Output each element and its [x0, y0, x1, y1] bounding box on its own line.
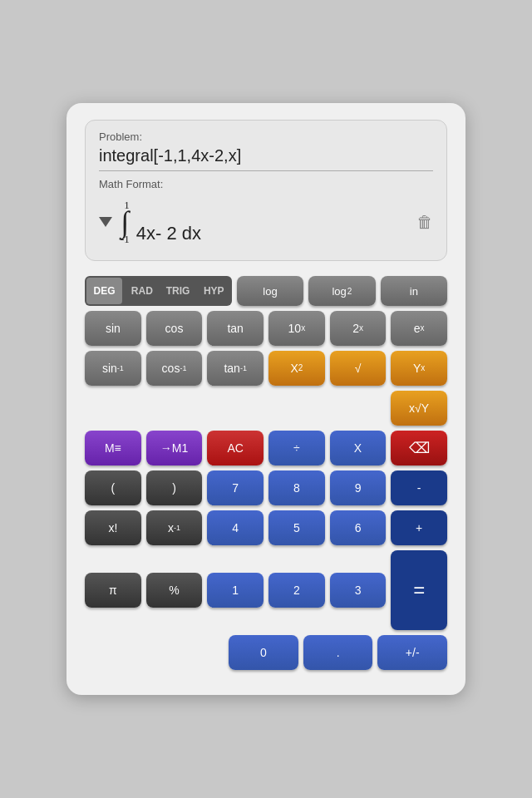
minus-button[interactable]: - — [391, 470, 447, 505]
mathformat-label: Math Format: — [99, 178, 433, 190]
six-button[interactable]: 6 — [330, 510, 387, 545]
divide-button[interactable]: ÷ — [268, 431, 325, 466]
sqrt-button[interactable]: √ — [330, 351, 387, 386]
mem-button[interactable]: M≡ — [85, 431, 141, 466]
problem-label: Problem: — [99, 131, 433, 143]
math-rendered: 1 ∫ -1 4x- 2 dx — [121, 200, 201, 244]
ac-button[interactable]: AC — [207, 431, 264, 466]
plus-button[interactable]: + — [391, 510, 447, 545]
percent-button[interactable]: % — [146, 573, 203, 608]
integral-lower: -1 — [121, 234, 130, 244]
memory-row: M≡ →M1 AC ÷ X ⌫ — [85, 431, 447, 466]
tan-inv-button[interactable]: tan-1 — [207, 351, 264, 386]
numpad-section: M≡ →M1 AC ÷ X ⌫ ( ) — [85, 431, 447, 670]
seven-button[interactable]: 7 — [207, 470, 264, 505]
mode-group: DEG RAD TRIG HYP — [85, 276, 232, 306]
equals-button[interactable]: = — [391, 550, 447, 630]
ln-button[interactable]: in — [381, 276, 447, 306]
trig-row: sin cos tan 10x 2x ex — [85, 311, 447, 346]
backspace-icon: ⌫ — [409, 439, 430, 457]
dropdown-arrow[interactable] — [99, 217, 112, 227]
log-button[interactable]: log — [237, 276, 303, 306]
problem-value: integral[-1,1,4x-2,x] — [99, 146, 433, 171]
xrooty-row: x√Y — [85, 391, 447, 426]
display-panel: Problem: integral[-1,1,4x-2,x] Math Form… — [85, 120, 447, 261]
eight-button[interactable]: 8 — [268, 470, 325, 505]
five-button[interactable]: 5 — [268, 510, 325, 545]
cos-button[interactable]: cos — [146, 311, 203, 346]
calculator: Problem: integral[-1,1,4x-2,x] Math Form… — [66, 103, 466, 695]
backspace-button[interactable]: ⌫ — [391, 431, 447, 466]
e-x-button[interactable]: ex — [391, 311, 447, 346]
three-button[interactable]: 3 — [330, 573, 387, 608]
sin-inv-button[interactable]: sin-1 — [85, 351, 141, 386]
multiply-button[interactable]: X — [330, 431, 387, 466]
yx-button[interactable]: Yx — [391, 351, 447, 386]
one-button[interactable]: 1 — [207, 573, 264, 608]
two-x-button[interactable]: 2x — [330, 311, 387, 346]
mode-rad[interactable]: RAD — [124, 276, 160, 306]
mode-trig[interactable]: TRIG — [160, 276, 195, 306]
nine-button[interactable]: 9 — [330, 470, 387, 505]
xrooty-button[interactable]: x√Y — [391, 391, 447, 426]
x-squared-button[interactable]: X2 — [268, 351, 325, 386]
row-456: x! x-1 4 5 6 + — [85, 510, 447, 545]
integral-symbol: 1 ∫ -1 — [121, 200, 130, 244]
trash-icon[interactable]: 🗑 — [416, 213, 433, 232]
cos-inv-button[interactable]: cos-1 — [146, 351, 203, 386]
mode-deg[interactable]: DEG — [86, 278, 122, 304]
zero-button[interactable]: 0 — [229, 635, 298, 670]
display-left: 1 ∫ -1 4x- 2 dx — [99, 200, 201, 244]
x-inv-button[interactable]: x-1 — [146, 510, 203, 545]
math-area: 1 ∫ -1 4x- 2 dx 🗑 — [99, 197, 433, 247]
factorial-button[interactable]: x! — [85, 510, 141, 545]
open-paren-button[interactable]: ( — [85, 470, 141, 505]
row-123-equals: π % 1 2 3 = — [85, 550, 447, 630]
close-paren-button[interactable]: ) — [146, 470, 203, 505]
mem-store-button[interactable]: →M1 — [146, 431, 203, 466]
row-0: 0 . +/- — [85, 635, 447, 670]
inv-trig-row: sin-1 cos-1 tan-1 X2 √ Yx — [85, 351, 447, 386]
dot-button[interactable]: . — [303, 635, 373, 670]
log2-button[interactable]: log2 — [308, 276, 375, 306]
row-789: ( ) 7 8 9 - — [85, 470, 447, 505]
mode-hyp[interactable]: HYP — [196, 276, 232, 306]
sin-button[interactable]: sin — [85, 311, 141, 346]
four-button[interactable]: 4 — [207, 510, 264, 545]
pi-button[interactable]: π — [85, 573, 141, 608]
ten-x-button[interactable]: 10x — [268, 311, 325, 346]
two-button[interactable]: 2 — [268, 573, 325, 608]
plusminus-button[interactable]: +/- — [377, 635, 447, 670]
mode-row: DEG RAD TRIG HYP log log2 in — [85, 276, 447, 306]
tan-button[interactable]: tan — [207, 311, 264, 346]
math-expression: 4x- 2 dx — [136, 223, 201, 244]
